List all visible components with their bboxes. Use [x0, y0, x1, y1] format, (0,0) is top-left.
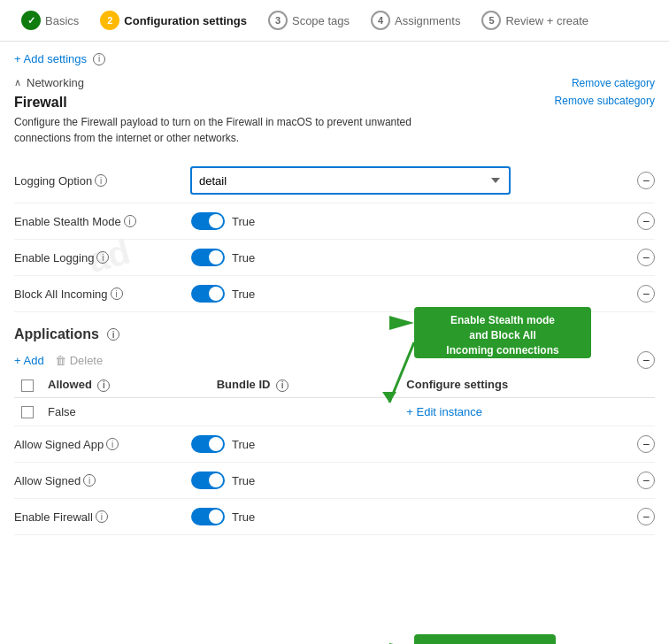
- enable-logging-control: True: [191, 249, 630, 266]
- row-checkbox[interactable]: [21, 406, 34, 418]
- wizard-step-basics[interactable]: ✓ Basics: [11, 7, 89, 34]
- block-incoming-toggle[interactable]: [191, 285, 225, 303]
- step-label-basics: Basics: [45, 14, 79, 27]
- enable-firewall-info-icon[interactable]: i: [96, 510, 108, 523]
- stealth-mode-label: Enable Stealth Mode i: [14, 215, 191, 228]
- stealth-mode-toggle[interactable]: [191, 212, 225, 230]
- step-circle-assignments: 4: [371, 11, 390, 30]
- stealth-toggle-group: True: [191, 212, 255, 230]
- app-toolbar: + Add 🗑 Delete −: [14, 351, 655, 369]
- block-incoming-toggle-label: True: [232, 288, 255, 301]
- enable-firewall-toggle[interactable]: [191, 508, 225, 525]
- table-header-row: Allowed i Bundle ID i Configure settings: [14, 372, 655, 397]
- block-incoming-label: Block All Incoming i: [14, 288, 191, 301]
- allow-signed-info-icon[interactable]: i: [83, 474, 96, 487]
- applications-title: Applications: [14, 326, 99, 342]
- category-name: Networking: [27, 76, 84, 89]
- allow-signed-toggle-label: True: [232, 474, 255, 487]
- enable-firewall-control: True: [191, 508, 630, 525]
- add-settings-link[interactable]: + Add settings i: [14, 52, 105, 65]
- allow-signed-app-control: True: [191, 435, 630, 453]
- allow-signed-app-toggle[interactable]: [191, 435, 225, 453]
- logging-info-icon[interactable]: i: [95, 174, 107, 187]
- wizard-step-scope[interactable]: 3 Scope tags: [258, 7, 360, 34]
- col-header-checkbox: [14, 372, 41, 397]
- block-incoming-toggle-group: True: [191, 285, 255, 303]
- allow-signed-control: True: [191, 472, 630, 489]
- applications-header: Applications i: [14, 326, 655, 342]
- add-application-btn[interactable]: + Add: [14, 354, 44, 367]
- firewall-title: Firewall: [14, 95, 67, 111]
- enable-logging-remove-btn[interactable]: −: [637, 249, 655, 266]
- step-label-assignments: Assignments: [395, 14, 460, 27]
- enable-firewall-toggle-group: True: [191, 508, 255, 525]
- setting-row-allow-signed-app: Allow Signed App i True −: [14, 426, 655, 463]
- edit-instance-link[interactable]: + Edit instance: [406, 405, 482, 418]
- allowed-info-icon[interactable]: i: [97, 380, 110, 392]
- delete-application-btn[interactable]: 🗑 Delete: [55, 354, 104, 367]
- chevron-down-icon[interactable]: ∧: [14, 77, 21, 88]
- step-label-config: Configuration settings: [124, 14, 247, 27]
- block-incoming-control: True: [191, 285, 630, 303]
- row-checkbox-cell: [14, 397, 41, 426]
- applications-remove-btn[interactable]: −: [637, 351, 655, 369]
- app-toolbar-left: + Add 🗑 Delete: [14, 354, 103, 367]
- setting-row-enable-logging: Enable Logging i True −: [14, 240, 655, 276]
- wizard-step-assignments[interactable]: 4 Assignments: [360, 7, 471, 34]
- block-incoming-remove-btn[interactable]: −: [637, 285, 655, 303]
- logging-option-select[interactable]: detail brief throttled: [191, 167, 510, 194]
- step-circle-config: 2: [100, 11, 119, 30]
- step-label-review: Review + create: [505, 14, 588, 27]
- enable-firewall-remove-btn[interactable]: −: [637, 508, 655, 525]
- remove-subcategory-link[interactable]: Remove subcategory: [555, 95, 655, 107]
- allow-signed-app-info-icon[interactable]: i: [106, 438, 119, 450]
- category-title: ∧ Networking: [14, 76, 84, 89]
- enable-logging-info-icon[interactable]: i: [96, 251, 109, 264]
- applications-table: Allowed i Bundle ID i Configure settings: [14, 372, 655, 426]
- category-row: ∧ Networking Remove category: [14, 76, 655, 89]
- setting-row-logging: Logging Option i detail brief throttled …: [14, 158, 655, 203]
- table-row: False + Edit instance: [14, 397, 655, 426]
- allow-signed-app-remove-btn[interactable]: −: [637, 435, 655, 453]
- bundle-id-info-icon[interactable]: i: [276, 380, 288, 392]
- stealth-toggle-wrapper: True: [191, 212, 630, 230]
- row-configure-cell: + Edit instance: [399, 397, 655, 426]
- step-label-scope: Scope tags: [292, 14, 350, 27]
- firewall-description: Configure the Firewall payload to turn o…: [14, 114, 439, 146]
- setting-row-block-incoming: Block All Incoming i True −: [14, 276, 655, 312]
- wizard-step-review[interactable]: 5 Review + create: [471, 7, 599, 34]
- enable-logging-toggle-label: True: [232, 251, 255, 264]
- stealth-remove-btn[interactable]: −: [637, 212, 655, 230]
- allow-signed-toggle[interactable]: [191, 472, 225, 489]
- step-circle-review: 5: [481, 11, 501, 30]
- setting-row-enable-firewall: Enable Firewall i True −: [14, 499, 655, 535]
- logging-option-control: detail brief throttled: [191, 167, 630, 194]
- stealth-info-icon[interactable]: i: [124, 215, 136, 227]
- col-header-configure: Configure settings: [399, 372, 655, 397]
- col-header-allowed: Allowed i: [41, 372, 210, 397]
- col-header-bundle-id: Bundle ID i: [210, 372, 400, 397]
- step-circle-scope: 3: [268, 11, 288, 30]
- main-content: ad + Add settings i ∧ Networking Remove …: [0, 42, 669, 546]
- allow-signed-label: Allow Signed i: [14, 474, 191, 487]
- allow-signed-app-toggle-label: True: [232, 438, 255, 451]
- svg-text:Enable Stealth mode: Enable Stealth mode: [450, 314, 555, 326]
- applications-info-icon[interactable]: i: [107, 328, 119, 341]
- subcategory-header: Firewall Remove subcategory: [14, 95, 655, 111]
- allow-signed-remove-btn[interactable]: −: [637, 472, 655, 489]
- enable-logging-toggle[interactable]: [191, 249, 225, 266]
- trash-icon: 🗑: [55, 354, 66, 367]
- wizard-step-config[interactable]: 2 Configuration settings: [89, 7, 258, 34]
- add-settings-info-icon[interactable]: i: [93, 53, 105, 65]
- logging-remove-btn[interactable]: −: [637, 172, 655, 189]
- allow-signed-app-toggle-group: True: [191, 435, 255, 453]
- select-all-checkbox[interactable]: [21, 380, 34, 392]
- enable-logging-toggle-group: True: [191, 249, 255, 266]
- block-incoming-info-icon[interactable]: i: [111, 288, 123, 300]
- setting-row-stealth: Enable Stealth Mode i True −: [14, 203, 655, 240]
- remove-category-link[interactable]: Remove category: [572, 77, 655, 89]
- wizard-bar: ✓ Basics 2 Configuration settings 3 Scop…: [0, 0, 669, 42]
- setting-row-allow-signed: Allow Signed i True −: [14, 463, 655, 499]
- svg-rect-8: [414, 634, 556, 644]
- row-allowed-cell: False: [41, 397, 210, 426]
